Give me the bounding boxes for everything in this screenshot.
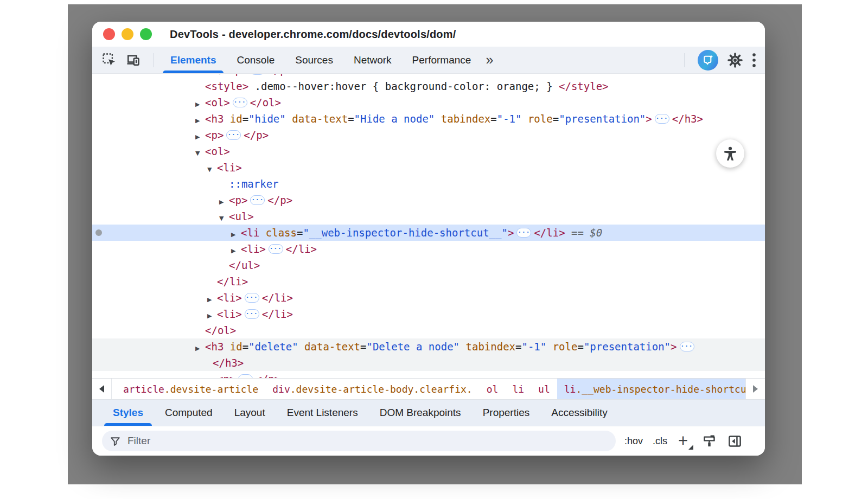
dom-tree-row[interactable]: ▶<h3 id="hide" data-text="Hide a node" t… — [92, 111, 765, 127]
tab-network[interactable]: Network — [343, 47, 402, 73]
more-kebab-icon[interactable] — [752, 53, 756, 68]
sidebar-tab-event-listeners[interactable]: Event Listeners — [276, 400, 369, 426]
expand-ellipsis-button[interactable]: ··· — [250, 195, 265, 205]
code-token: = — [242, 341, 248, 353]
dom-tree-panel: ▶<p>···</p><style> .demo--hover:hover { … — [92, 74, 765, 378]
code-token: "Delete a node" — [366, 341, 459, 353]
dom-tree-row[interactable]: ▼<li> — [92, 159, 765, 176]
dom-tree-row[interactable]: </h3> — [92, 355, 765, 371]
sidebar-tab-layout[interactable]: Layout — [224, 400, 276, 426]
sidebar-toggle-icon[interactable] — [727, 434, 742, 449]
sidebar-tab-dom-breakpoints[interactable]: DOM Breakpoints — [369, 400, 472, 426]
dom-tree-row[interactable]: ::marker — [92, 176, 765, 192]
dom-tree-row[interactable]: ▶<p>···</p> — [92, 192, 765, 208]
crumb-tag: ol — [487, 383, 499, 395]
code-token: ::marker — [229, 178, 279, 190]
dom-tree-row[interactable]: ▶<p>···</p> — [92, 371, 765, 378]
code-token: <h3 — [205, 341, 224, 353]
dom-tree-row[interactable]: ▶<p>···</p> — [92, 74, 765, 78]
sidebar-tab-properties[interactable]: Properties — [472, 400, 541, 426]
breadcrumb-item-div.devsite-article-body.clearfix.[interactable]: div.devsite-article-body.clearfix. — [265, 379, 479, 399]
minimize-button[interactable] — [122, 28, 133, 40]
rendering-brush-icon[interactable] — [702, 434, 717, 449]
expand-ellipsis-button[interactable]: ··· — [269, 244, 283, 254]
code-token: .demo--hover:hover { background-color: o… — [248, 80, 559, 92]
device-toolbar-icon[interactable] — [125, 52, 141, 68]
dom-tree-row[interactable]: ▶<li>···</li> — [92, 306, 765, 322]
code-token: </h3> — [213, 357, 244, 369]
breadcrumb-item-ol[interactable]: ol — [480, 379, 506, 399]
breadcrumb-item-article.devsite-article[interactable]: article.devsite-article — [116, 379, 265, 399]
sidebar-tab-computed[interactable]: Computed — [154, 400, 224, 426]
dom-tree-rows: ▶<p>···</p><style> .demo--hover:hover { … — [92, 74, 765, 378]
dom-tree-row[interactable]: ▶<h3 id="delete" data-text="Delete a nod… — [92, 338, 765, 355]
code-token: </p> — [267, 194, 292, 206]
expand-ellipsis-button[interactable]: ··· — [238, 374, 253, 378]
expand-ellipsis-button[interactable]: ··· — [226, 130, 241, 140]
expand-ellipsis-button[interactable]: ··· — [245, 293, 259, 303]
code-token: data-text — [286, 113, 348, 125]
dom-tree-row[interactable]: ▼<ol> — [92, 143, 765, 159]
dom-tree-row[interactable]: ▶<li>···</li> — [92, 241, 765, 257]
tab-performance[interactable]: Performance — [402, 47, 482, 73]
breadcrumb-item-ul[interactable]: ul — [531, 379, 557, 399]
expand-ellipsis-button[interactable]: ··· — [680, 342, 694, 351]
dom-tree-row[interactable]: ▶<li>···</li> — [92, 290, 765, 306]
dom-tree-row[interactable]: </ul> — [92, 257, 765, 273]
inspect-cursor-icon[interactable] — [101, 52, 117, 68]
code-token: = — [297, 227, 303, 239]
expand-ellipsis-button[interactable]: ··· — [250, 74, 265, 75]
left-triangle-icon — [99, 385, 104, 393]
expand-ellipsis-button[interactable]: ··· — [516, 228, 531, 238]
code-token: "hide" — [248, 113, 286, 125]
filter-input[interactable] — [126, 434, 506, 447]
code-token: = — [553, 113, 559, 125]
dom-tree-row[interactable]: </ol> — [92, 322, 765, 338]
accessibility-person-icon[interactable] — [716, 139, 744, 168]
tab-elements[interactable]: Elements — [160, 47, 226, 73]
tab-console[interactable]: Console — [226, 47, 285, 73]
settings-gear-icon[interactable] — [727, 52, 743, 68]
chevron-collapsed-icon[interactable]: ▶ — [219, 74, 229, 78]
dom-tree-row[interactable]: ▼<ul> — [92, 208, 765, 225]
window-title: DevTools - developer.chrome.com/docs/dev… — [170, 28, 456, 41]
code-token: <ol> — [205, 145, 230, 157]
chevron-collapsed-icon[interactable]: ▶ — [207, 373, 217, 378]
new-style-rule-button[interactable]: + — [678, 433, 691, 449]
code-token: <p> — [217, 373, 235, 378]
expand-ellipsis-button[interactable]: ··· — [655, 114, 669, 124]
code-token: <li> — [217, 292, 242, 304]
tab-sources[interactable]: Sources — [285, 47, 343, 73]
breadcrumb-item-li[interactable]: li — [505, 379, 531, 399]
close-button[interactable] — [103, 28, 115, 40]
expand-ellipsis-button[interactable]: ··· — [233, 98, 247, 107]
crumb-class: .__web-inspector-hide-shortcut__ — [576, 383, 764, 395]
sidebar-tab-accessibility[interactable]: Accessibility — [540, 400, 618, 426]
breadcrumb-scroll-left[interactable] — [92, 379, 112, 399]
zoom-button[interactable] — [140, 28, 152, 40]
code-token: role — [546, 341, 577, 353]
toggle-hov[interactable]: :hov — [624, 436, 643, 447]
filter-field[interactable] — [102, 431, 616, 451]
sidebar-tab-styles[interactable]: Styles — [102, 400, 154, 426]
code-token: </p> — [244, 129, 269, 141]
code-token: </ol> — [250, 97, 281, 108]
dom-tree-row[interactable]: <style> .demo--hover:hover { background-… — [92, 78, 765, 94]
dom-tree-row[interactable]: </li> — [92, 273, 765, 290]
toggle-cls[interactable]: .cls — [653, 436, 667, 447]
code-token: == $0 — [565, 227, 603, 239]
toolbar-divider — [153, 53, 154, 67]
dom-tree-row[interactable]: ▶<ol>···</ol> — [92, 94, 765, 111]
crumb-tag: div — [272, 383, 290, 395]
code-token: <li — [241, 227, 259, 239]
activity-dot-icon — [95, 229, 102, 236]
dom-tree-row[interactable]: ▶<p>···</p> — [92, 127, 765, 143]
code-token: <style> — [205, 80, 248, 92]
breadcrumb-item-li.__web-inspector-hide-shortcut__[interactable]: li.__web-inspector-hide-shortcut__ — [557, 379, 765, 399]
ai-assistant-icon[interactable] — [698, 50, 718, 71]
breadcrumb-scroll-right[interactable] — [745, 379, 765, 399]
expand-ellipsis-button[interactable]: ··· — [245, 309, 259, 319]
more-tabs-button[interactable]: » — [486, 52, 492, 68]
code-token: <li> — [241, 243, 266, 255]
dom-tree-row[interactable]: ▶<li class="__web-inspector-hide-shortcu… — [92, 225, 765, 241]
